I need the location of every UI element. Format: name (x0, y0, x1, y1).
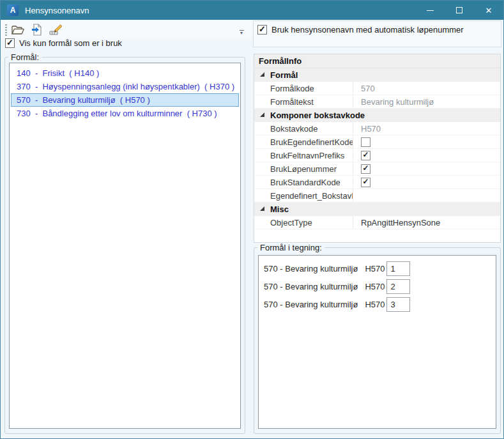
tegning-row-label: 570 - Bevaring kulturmiljø (264, 264, 358, 273)
category-label: Komponer bokstavkode (270, 111, 365, 120)
property-row: BrukStandardKode✓ (254, 176, 500, 189)
property-name: Bokstavkode (254, 122, 353, 135)
window-title: Hensynsonenavn (25, 6, 89, 15)
formal-list-item[interactable]: 140 - Frisikt ( H140 ) (11, 66, 239, 80)
tegning-row: 570 - Bevaring kulturmiljøH570 (259, 295, 496, 313)
property-name: ObjectType (254, 216, 353, 229)
app-icon: A (7, 4, 19, 16)
property-value: RpAngittHensynSone (353, 216, 500, 229)
titlebar: A Hensynsonenavn ✕ (1, 1, 503, 20)
tegning-row-code: H570 (365, 300, 385, 309)
tegning-number-input[interactable] (386, 297, 410, 312)
property-row: BrukEgendefinertKode (254, 135, 500, 149)
maximize-button[interactable] (445, 1, 474, 20)
property-name: Formåltekst (254, 95, 353, 108)
open-folder-icon (11, 25, 24, 35)
property-name: BrukFeltnavnPrefiks (254, 149, 353, 162)
edit-button[interactable] (47, 22, 65, 38)
tegning-group-label: Formål i tegning: (257, 243, 325, 252)
hensynsonenavn-window: A Hensynsonenavn ✕ (0, 0, 504, 439)
toolbar: ▼ (1, 20, 252, 39)
formal-list-item[interactable]: 730 - Båndlegging etter lov om kulturmin… (11, 107, 239, 120)
formal-group-label: Formål: (8, 52, 42, 62)
property-value (353, 135, 500, 148)
property-value: ✓ (353, 162, 500, 175)
filter-label: Vis kun formål som er i bruk (19, 38, 122, 48)
property-category[interactable]: Komponer bokstavkode (254, 109, 500, 122)
minimize-icon (427, 10, 434, 11)
maximize-icon (456, 7, 462, 13)
property-value: ✓ (353, 149, 500, 162)
chevron-down-icon: ▼ (240, 31, 244, 35)
property-row: BrukFeltnavnPrefiks✓ (254, 149, 500, 162)
tegning-row-code: H570 (365, 264, 385, 273)
property-category[interactable]: Misc (254, 203, 500, 216)
panel-splitter[interactable] (246, 52, 253, 433)
toolbar-grip[interactable] (5, 24, 7, 36)
property-name: BrukStandardKode (254, 176, 353, 189)
tegning-number-input[interactable] (386, 261, 410, 276)
close-button[interactable]: ✕ (474, 1, 503, 20)
category-expander-icon (260, 72, 264, 77)
auto-number-checkbox[interactable]: ✓ Bruk hensynsonenavn med automatisk løp… (257, 25, 501, 35)
tegning-row-label: 570 - Bevaring kulturmiljø (264, 282, 358, 291)
edit-pencil-icon (49, 24, 63, 36)
formalinfo-property-grid: FormålInfo FormålFormålkode570Formålteks… (254, 54, 501, 243)
minimize-button[interactable] (415, 1, 445, 20)
property-name: Egendefinert_BokstavK... (254, 189, 353, 202)
property-value: 570 (353, 82, 500, 95)
property-row: ObjectTypeRpAngittHensynSone (254, 216, 500, 229)
formal-list-item[interactable]: 570 - Bevaring kulturmiljø ( H570 ) (11, 93, 239, 107)
checkbox-checked-icon: ✓ (257, 25, 267, 35)
property-row: BokstavkodeH570 (254, 122, 500, 135)
auto-number-panel: ✓ Bruk hensynsonenavn med automatisk løp… (253, 20, 501, 47)
property-value: ✓ (353, 176, 500, 189)
checkbox-unchecked-icon[interactable] (361, 137, 370, 147)
property-row: BrukLøpenummer✓ (254, 162, 500, 176)
import-page-icon (31, 24, 43, 36)
close-icon: ✕ (485, 6, 493, 15)
property-value: H570 (353, 122, 500, 135)
tegning-row: 570 - Bevaring kulturmiljøH570 (259, 259, 496, 277)
category-label: Formål (270, 70, 298, 80)
filter-checkbox[interactable]: ✓ Vis kun formål som er i bruk (5, 38, 122, 48)
toolbar-overflow-button[interactable]: ▼ (238, 30, 245, 38)
property-name: BrukEgendefinertKode (254, 135, 353, 148)
property-value (353, 189, 500, 202)
property-row: Egendefinert_BokstavK... (254, 189, 500, 203)
category-expander-icon (260, 112, 264, 117)
category-label: Misc (270, 204, 289, 214)
property-value: Bevaring kulturmiljø (353, 95, 500, 108)
import-button[interactable] (28, 22, 45, 38)
tegning-row-label: 570 - Bevaring kulturmiljø (264, 300, 358, 309)
tegning-row-code: H570 (365, 282, 385, 291)
property-name: BrukLøpenummer (254, 162, 353, 175)
property-category[interactable]: Formål (254, 68, 500, 82)
formal-list-item[interactable]: 370 - Høyspenningsanlegg (inkl høyspentk… (11, 80, 239, 93)
category-expander-icon (260, 206, 264, 211)
checkbox-checked-icon[interactable]: ✓ (361, 178, 370, 187)
property-name: Formålkode (254, 82, 353, 95)
tegning-row: 570 - Bevaring kulturmiljøH570 (259, 277, 496, 295)
property-row: FormåltekstBevaring kulturmiljø (254, 95, 500, 109)
property-row: Formålkode570 (254, 82, 500, 95)
checkbox-checked-icon: ✓ (5, 38, 15, 48)
auto-number-label: Bruk hensynsonenavn med automatisk løpen… (271, 25, 464, 35)
checkbox-checked-icon[interactable]: ✓ (361, 164, 370, 174)
property-grid-header: FormålInfo (254, 54, 500, 68)
formal-listbox: 140 - Frisikt ( H140 )370 - Høyspennings… (9, 63, 241, 429)
tegning-number-input[interactable] (386, 279, 410, 294)
open-button[interactable] (9, 22, 26, 38)
checkbox-checked-icon[interactable]: ✓ (361, 151, 370, 160)
tegning-listbox: 570 - Bevaring kulturmiljøH570570 - Beva… (258, 255, 496, 429)
